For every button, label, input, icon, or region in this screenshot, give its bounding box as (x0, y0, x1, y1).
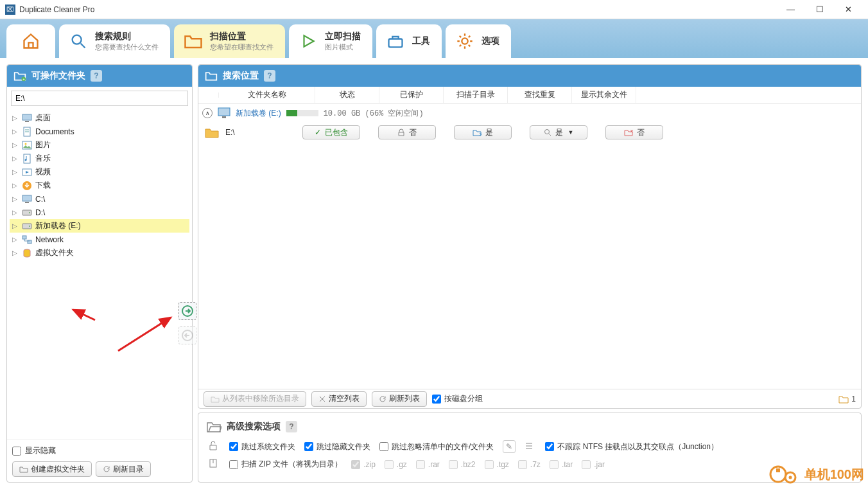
refresh-dir-button[interactable]: 刷新目录 (96, 461, 151, 477)
list-toolbar: 从列表中移除所选目录 清空列表 刷新列表 按磁盘分组 1 (198, 389, 861, 408)
svg-point-14 (25, 159, 27, 161)
app-title: Duplicate Cleaner Pro (19, 5, 94, 14)
svg-point-44 (788, 476, 792, 479)
find-dup-yes-button[interactable]: 是▼ (530, 125, 587, 139)
svg-rect-6 (22, 114, 31, 120)
show-rest-no-button[interactable]: 否 (605, 125, 663, 139)
advanced-title: 高级搜索选项 (227, 421, 281, 432)
right-panel: 搜索位置 ? 文件夹名称 状态 已保护 扫描子目录 查找重复 显示其余文件 ∧ … (198, 64, 862, 483)
tree-music[interactable]: ▷音乐 (10, 152, 189, 165)
folder-search-icon (205, 70, 218, 82)
lock-open-icon (209, 441, 220, 453)
tree-downloads[interactable]: ▷下载 (10, 179, 189, 192)
help-button-2[interactable]: ? (264, 70, 275, 82)
ext-jar: .jar (582, 460, 605, 469)
nav-options[interactable]: 选项 (446, 24, 511, 58)
column-headers: 文件夹名称 状态 已保护 扫描子目录 查找重复 显示其余文件 (198, 87, 861, 103)
nav-tools[interactable]: 工具 (376, 24, 442, 58)
nav-scan-location-sub: 您希望在哪查找文件 (210, 42, 273, 52)
nav-home[interactable] (6, 24, 55, 58)
skip-hidden-checkbox[interactable]: 跳过隐藏文件夹 (304, 441, 370, 452)
folder-icon (183, 31, 204, 51)
nav-scan-now-sub: 图片模式 (325, 42, 361, 52)
content: + 可操作文件夹 ? ▷桌面 ▷Documents ▷图片 ▷音乐 ▷视频 ▷下… (0, 58, 868, 489)
usage-bar (286, 110, 318, 116)
no-follow-junction-checkbox[interactable]: 不跟踪 NTFS 挂载点以及其交联点（Junction） (545, 441, 718, 452)
archive-icon (209, 458, 220, 470)
skip-ignore-list-checkbox[interactable]: 跳过忽略清单中的文件/文件夹 (379, 441, 494, 452)
ext-tgz: .tgz (485, 460, 509, 469)
svg-point-22 (29, 226, 30, 227)
svg-point-32 (544, 130, 549, 134)
svg-rect-30 (218, 108, 230, 116)
maximize-button[interactable]: ☐ (805, 1, 834, 19)
svg-rect-7 (25, 121, 29, 122)
group-by-disk-checkbox[interactable]: 按磁盘分组 (432, 393, 483, 404)
play-icon (298, 31, 318, 51)
tree-network[interactable]: ▷Network (10, 233, 189, 246)
col-find-dup[interactable]: 查找重复 (508, 87, 572, 103)
help-button[interactable]: ? (91, 70, 102, 82)
nav-tools-label: 工具 (412, 35, 430, 47)
search-location-title: 搜索位置 (223, 70, 259, 82)
folder-count: 1 (838, 395, 856, 404)
svg-rect-31 (222, 116, 226, 118)
home-icon (21, 31, 41, 51)
svg-rect-17 (22, 195, 31, 201)
nav-scan-now-label: 立即扫描 (325, 31, 361, 41)
app-icon: ⌧ (5, 4, 15, 15)
col-status[interactable]: 状态 (315, 87, 379, 103)
help-button-3[interactable]: ? (286, 421, 297, 432)
main-nav: 搜索规则 您需要查找什么文件 扫描位置 您希望在哪查找文件 立即扫描 图片模式 … (0, 19, 868, 58)
tree-pictures[interactable]: ▷图片 (10, 138, 189, 152)
tree-videos[interactable]: ▷视频 (10, 165, 189, 179)
show-hidden-checkbox[interactable]: 显示隐藏 (12, 445, 187, 456)
col-protected[interactable]: 已保护 (379, 87, 444, 103)
tree-d[interactable]: ▷D:\ (10, 206, 189, 219)
window-controls: — ☐ ✕ (776, 1, 863, 19)
ext-gz: .gz (385, 460, 407, 469)
nav-scan-location[interactable]: 扫描位置 您希望在哪查找文件 (174, 24, 285, 58)
tree-c[interactable]: ▷C:\ (10, 192, 189, 206)
scan-sub-yes-button[interactable]: 是 (454, 125, 512, 139)
collapse-toggle[interactable]: ∧ (202, 108, 213, 118)
col-show-rest[interactable]: 显示其余文件 (572, 87, 636, 103)
svg-rect-42 (776, 468, 780, 472)
drive-free-info: 10.00 GB (66% 空闲空间) (324, 108, 424, 119)
scan-zip-checkbox[interactable]: 扫描 ZIP 文件（将视为目录） (229, 459, 342, 470)
svg-rect-18 (25, 202, 29, 203)
protected-no-button[interactable]: 否 (378, 125, 436, 139)
transfer-buttons (178, 302, 196, 344)
tree-e[interactable]: ▷新加载卷 (E:) (10, 219, 189, 233)
tree-virtual[interactable]: ▷虚拟文件夹 (10, 246, 189, 260)
col-scan-sub[interactable]: 扫描子目录 (444, 87, 508, 103)
nav-scan-now[interactable]: 立即扫描 图片模式 (289, 24, 372, 58)
ext-rar: .rar (416, 460, 440, 469)
monitor-icon (218, 107, 230, 119)
search-folder-row[interactable]: E:\ ✓已包含 否 是 是▼ 否 (198, 123, 861, 142)
nav-search-rules[interactable]: 搜索规则 您需要查找什么文件 (59, 24, 170, 58)
path-input[interactable] (11, 91, 188, 106)
skip-system-checkbox[interactable]: 跳过系统文件夹 (229, 441, 295, 452)
create-virtual-folder-button[interactable]: 创建虚拟文件夹 (12, 461, 92, 477)
svg-point-12 (25, 143, 27, 145)
svg-line-33 (549, 134, 551, 136)
svg-rect-2 (389, 39, 403, 48)
col-name[interactable]: 文件夹名称 (219, 87, 315, 103)
refresh-list-button[interactable]: 刷新列表 (372, 391, 427, 407)
tree-documents[interactable]: ▷Documents (10, 125, 189, 138)
close-button[interactable]: ✕ (834, 1, 863, 19)
watermark: 单机100网 (768, 463, 864, 485)
status-included-button[interactable]: ✓已包含 (302, 125, 360, 139)
available-folders-header: + 可操作文件夹 ? (7, 65, 192, 87)
add-to-search-button[interactable] (178, 302, 196, 320)
svg-point-20 (29, 212, 30, 213)
remove-selected-button: 从列表中移除所选目录 (204, 391, 306, 407)
edit-ignore-list-button[interactable]: ✎ (503, 440, 516, 453)
tree-desktop[interactable]: ▷桌面 (10, 111, 189, 125)
nav-search-rules-label: 搜索规则 (95, 31, 131, 41)
folder-count-icon (838, 395, 849, 404)
svg-rect-13 (24, 154, 30, 163)
clear-list-button[interactable]: 清空列表 (311, 391, 367, 407)
minimize-button[interactable]: — (776, 1, 805, 19)
